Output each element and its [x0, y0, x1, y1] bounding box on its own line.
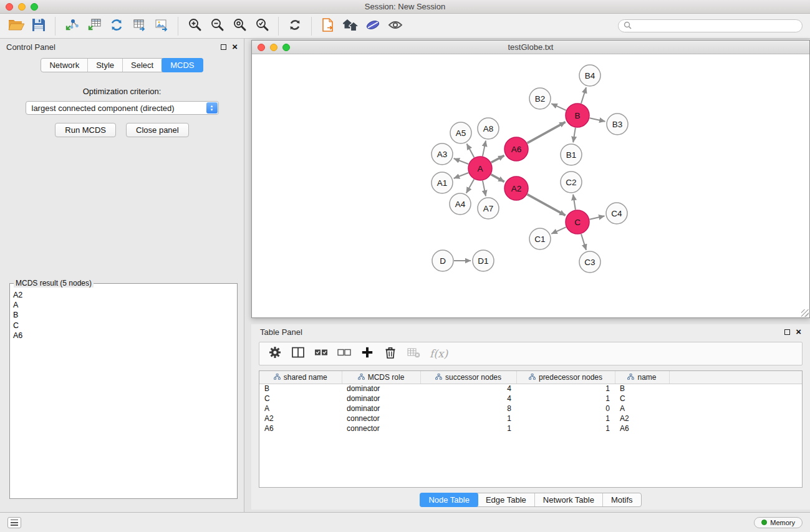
table-cell[interactable]: dominator [342, 394, 420, 404]
export-network-button[interactable] [105, 16, 128, 37]
table-row[interactable]: A6connector11A6 [259, 423, 802, 433]
visual-styles-button[interactable] [362, 16, 384, 37]
table-cell[interactable]: A6 [615, 423, 669, 433]
graph-node-D[interactable]: D [432, 250, 453, 271]
table-cell[interactable]: A2 [615, 414, 669, 423]
graph-edge-A-A5[interactable] [467, 144, 475, 158]
export-image-button[interactable] [150, 16, 173, 37]
close-panel-icon[interactable]: × [232, 44, 238, 50]
table-settings-button[interactable] [266, 344, 284, 363]
table-cell[interactable]: A [615, 404, 669, 414]
table-row[interactable]: Cdominator41C [259, 394, 802, 404]
minimize-window-button[interactable] [18, 3, 26, 11]
graph-edge-B-B2[interactable] [551, 104, 566, 110]
table-cell[interactable]: dominator [342, 404, 420, 414]
network-minimize-button[interactable] [270, 44, 277, 51]
graph-edge-A2-C[interactable] [528, 195, 566, 216]
table-tab-edge-table[interactable]: Edge Table [478, 493, 535, 506]
graph-node-A4[interactable]: A4 [450, 193, 471, 215]
graph-edge-A-A8[interactable] [483, 141, 486, 157]
graph-edge-B-B3[interactable] [590, 118, 605, 121]
graph-edge-C-C1[interactable] [551, 227, 566, 234]
graph-edge-A-A4[interactable] [466, 179, 474, 193]
save-session-button[interactable] [27, 16, 50, 37]
maximize-window-button[interactable] [31, 3, 38, 11]
table-cell[interactable]: 1 [420, 414, 516, 423]
network-canvas[interactable]: B4B2BB3A5A8A6A3B1AA1C2A2A4A7C4CC1DD1C3 [252, 54, 809, 317]
import-table-button[interactable] [83, 16, 105, 37]
refresh-layout-button[interactable] [284, 16, 306, 37]
table-tab-motifs[interactable]: Motifs [603, 493, 641, 506]
table-cell[interactable]: A6 [259, 423, 342, 433]
close-table-panel-icon[interactable]: × [796, 329, 801, 335]
mcds-result-item[interactable]: A6 [13, 331, 237, 341]
table-cell[interactable]: A2 [259, 414, 342, 423]
graph-node-C3[interactable]: C3 [579, 251, 600, 273]
graph-node-A3[interactable]: A3 [432, 143, 453, 165]
graph-edge-A-A2[interactable] [491, 175, 504, 182]
column-header-MCDS-role[interactable]: MCDS role [342, 371, 420, 384]
mcds-result-item[interactable]: B [13, 310, 237, 320]
export-table-button[interactable] [128, 16, 150, 37]
zoom-out-button[interactable] [206, 16, 228, 37]
graph-edge-A-A1[interactable] [454, 173, 469, 178]
graph-edge-A6-B[interactable] [528, 122, 566, 143]
function-builder-icon[interactable]: f(x) [427, 347, 448, 360]
graph-edge-C-C2[interactable] [573, 195, 576, 210]
table-row[interactable]: Bdominator41B [259, 384, 802, 394]
table-cell[interactable]: connector [342, 423, 420, 433]
table-row[interactable]: Adominator80A [259, 404, 802, 414]
table-cell[interactable]: A [259, 404, 342, 414]
table-tab-network-table[interactable]: Network Table [535, 493, 603, 506]
column-header-name[interactable]: name [615, 371, 669, 384]
graph-node-C1[interactable]: C1 [529, 228, 551, 249]
tab-mcds[interactable]: MCDS [162, 58, 203, 72]
delete-table-button[interactable] [404, 344, 423, 363]
graph-node-A2[interactable]: A2 [504, 177, 528, 200]
table-cell[interactable]: 1 [516, 414, 615, 423]
graph-edge-C-C4[interactable] [590, 216, 605, 219]
tab-select[interactable]: Select [123, 59, 162, 72]
graph-node-C[interactable]: C [566, 210, 589, 234]
table-cell[interactable]: 0 [516, 404, 615, 414]
table-cell[interactable]: C [259, 394, 342, 404]
table-cell[interactable]: 4 [420, 384, 516, 394]
table-cell[interactable]: 8 [420, 404, 516, 414]
graph-node-D1[interactable]: D1 [473, 250, 494, 271]
mcds-result-item[interactable]: C [13, 321, 237, 331]
table-cell[interactable]: B [259, 384, 342, 394]
search-input[interactable] [635, 22, 797, 31]
delete-column-button[interactable] [381, 344, 400, 363]
graph-edge-A-A7[interactable] [483, 181, 486, 196]
table-row[interactable]: A2connector11A2 [259, 414, 802, 423]
graph-edge-A-A3[interactable] [454, 158, 469, 164]
table-cell[interactable]: 1 [516, 394, 615, 404]
zoom-in-button[interactable] [183, 16, 206, 37]
table-cell[interactable]: C [615, 394, 669, 404]
network-close-button[interactable] [258, 44, 265, 51]
home-button[interactable] [339, 16, 362, 37]
graph-edge-A-A6[interactable] [491, 155, 504, 162]
graph-node-A8[interactable]: A8 [478, 118, 499, 139]
column-header-successor-nodes[interactable]: successor nodes [420, 371, 516, 384]
import-network-button[interactable] [60, 16, 83, 37]
mcds-result-item[interactable]: A [13, 300, 237, 310]
close-panel-button[interactable]: Close panel [126, 123, 189, 137]
run-mcds-button[interactable]: Run MCDS [55, 123, 116, 137]
table-cell[interactable]: 4 [420, 394, 516, 404]
graph-node-B2[interactable]: B2 [529, 88, 551, 109]
report-button[interactable] [317, 16, 339, 37]
criterion-dropdown[interactable]: largest connected component (directed) ▲… [26, 101, 219, 115]
table-cell[interactable]: connector [342, 414, 420, 423]
resize-grip[interactable] [801, 309, 809, 317]
table-cell[interactable]: dominator [342, 384, 420, 394]
graph-edge-B-B4[interactable] [581, 87, 586, 104]
table-cell[interactable]: B [615, 384, 669, 394]
memory-button[interactable]: Memory [754, 517, 803, 528]
tab-style[interactable]: Style [88, 59, 123, 72]
graph-node-A6[interactable]: A6 [504, 137, 528, 161]
graph-node-B3[interactable]: B3 [607, 114, 628, 135]
table-tab-node-table[interactable]: Node Table [420, 493, 478, 507]
graph-edge-B-B1[interactable] [573, 128, 576, 142]
show-columns-button[interactable] [289, 344, 307, 363]
